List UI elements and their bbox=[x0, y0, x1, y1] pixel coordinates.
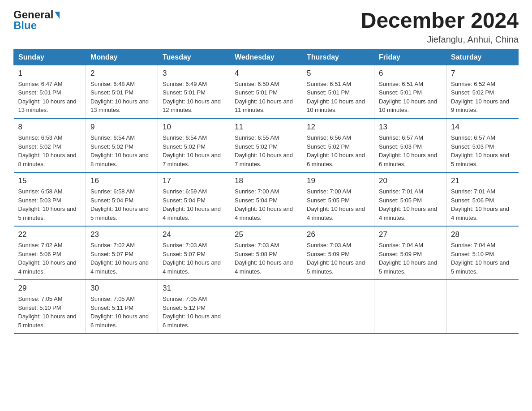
day-info: Sunrise: 6:59 AMSunset: 5:04 PMDaylight:… bbox=[163, 187, 225, 222]
day-info: Sunrise: 7:05 AMSunset: 5:11 PMDaylight:… bbox=[90, 295, 153, 330]
day-number: 20 bbox=[379, 176, 442, 185]
logo-blue-label: Blue bbox=[13, 20, 60, 31]
day-number: 24 bbox=[163, 230, 225, 239]
calendar-cell bbox=[302, 280, 374, 334]
day-number: 21 bbox=[451, 176, 514, 185]
calendar-cell: 4Sunrise: 6:50 AMSunset: 5:01 PMDaylight… bbox=[230, 65, 302, 119]
calendar-cell: 6Sunrise: 6:51 AMSunset: 5:01 PMDaylight… bbox=[374, 65, 446, 119]
week-row-2: 8Sunrise: 6:53 AMSunset: 5:02 PMDaylight… bbox=[14, 119, 519, 172]
day-info: Sunrise: 7:00 AMSunset: 5:05 PMDaylight:… bbox=[307, 187, 369, 222]
logo-text: General Blue bbox=[13, 9, 60, 32]
calendar-cell: 11Sunrise: 6:55 AMSunset: 5:02 PMDayligh… bbox=[230, 119, 302, 172]
calendar-header-row: SundayMondayTuesdayWednesdayThursdayFrid… bbox=[14, 49, 519, 65]
calendar-table: SundayMondayTuesdayWednesdayThursdayFrid… bbox=[13, 49, 519, 334]
calendar-cell: 26Sunrise: 7:03 AMSunset: 5:09 PMDayligh… bbox=[302, 226, 374, 280]
day-info: Sunrise: 6:54 AMSunset: 5:02 PMDaylight:… bbox=[90, 133, 153, 168]
day-number: 10 bbox=[163, 123, 225, 132]
header-sunday: Sunday bbox=[14, 49, 86, 65]
day-number: 6 bbox=[379, 69, 442, 78]
day-number: 9 bbox=[90, 123, 153, 132]
day-number: 22 bbox=[18, 230, 82, 239]
day-number: 19 bbox=[307, 176, 369, 185]
header-monday: Monday bbox=[86, 49, 158, 65]
day-info: Sunrise: 6:48 AMSunset: 5:01 PMDaylight:… bbox=[90, 80, 153, 115]
calendar-cell: 31Sunrise: 7:05 AMSunset: 5:12 PMDayligh… bbox=[158, 280, 230, 334]
day-number: 26 bbox=[307, 230, 369, 239]
week-row-3: 15Sunrise: 6:58 AMSunset: 5:03 PMDayligh… bbox=[14, 172, 519, 226]
calendar-cell: 22Sunrise: 7:02 AMSunset: 5:06 PMDayligh… bbox=[14, 226, 86, 280]
calendar-cell: 8Sunrise: 6:53 AMSunset: 5:02 PMDaylight… bbox=[14, 119, 86, 172]
calendar-cell: 18Sunrise: 7:00 AMSunset: 5:04 PMDayligh… bbox=[230, 172, 302, 226]
header-friday: Friday bbox=[374, 49, 446, 65]
day-info: Sunrise: 6:54 AMSunset: 5:02 PMDaylight:… bbox=[163, 133, 225, 168]
day-info: Sunrise: 7:02 AMSunset: 5:06 PMDaylight:… bbox=[18, 241, 82, 276]
calendar-cell: 24Sunrise: 7:03 AMSunset: 5:07 PMDayligh… bbox=[158, 226, 230, 280]
day-info: Sunrise: 7:05 AMSunset: 5:12 PMDaylight:… bbox=[163, 295, 225, 330]
calendar-cell: 23Sunrise: 7:02 AMSunset: 5:07 PMDayligh… bbox=[86, 226, 158, 280]
day-number: 7 bbox=[451, 69, 514, 78]
day-number: 28 bbox=[451, 230, 514, 239]
day-info: Sunrise: 7:03 AMSunset: 5:09 PMDaylight:… bbox=[307, 241, 369, 276]
day-number: 3 bbox=[163, 69, 225, 78]
day-info: Sunrise: 6:50 AMSunset: 5:01 PMDaylight:… bbox=[235, 80, 297, 115]
day-info: Sunrise: 6:55 AMSunset: 5:02 PMDaylight:… bbox=[235, 133, 297, 168]
header-saturday: Saturday bbox=[446, 49, 519, 65]
day-number: 27 bbox=[379, 230, 442, 239]
day-info: Sunrise: 6:58 AMSunset: 5:03 PMDaylight:… bbox=[18, 187, 82, 222]
day-info: Sunrise: 6:47 AMSunset: 5:01 PMDaylight:… bbox=[18, 80, 82, 115]
calendar-cell bbox=[374, 280, 446, 334]
calendar-cell: 27Sunrise: 7:04 AMSunset: 5:09 PMDayligh… bbox=[374, 226, 446, 280]
logo-arrow-icon bbox=[55, 12, 60, 19]
calendar-cell: 25Sunrise: 7:03 AMSunset: 5:08 PMDayligh… bbox=[230, 226, 302, 280]
day-info: Sunrise: 7:03 AMSunset: 5:07 PMDaylight:… bbox=[163, 241, 225, 276]
day-info: Sunrise: 6:57 AMSunset: 5:03 PMDaylight:… bbox=[451, 133, 514, 168]
calendar-cell: 14Sunrise: 6:57 AMSunset: 5:03 PMDayligh… bbox=[446, 119, 519, 172]
day-info: Sunrise: 6:51 AMSunset: 5:01 PMDaylight:… bbox=[307, 80, 369, 115]
day-number: 5 bbox=[307, 69, 369, 78]
calendar-cell: 28Sunrise: 7:04 AMSunset: 5:10 PMDayligh… bbox=[446, 226, 519, 280]
week-row-5: 29Sunrise: 7:05 AMSunset: 5:10 PMDayligh… bbox=[14, 280, 519, 334]
day-number: 16 bbox=[90, 176, 153, 185]
calendar-cell: 29Sunrise: 7:05 AMSunset: 5:10 PMDayligh… bbox=[14, 280, 86, 334]
header-tuesday: Tuesday bbox=[158, 49, 230, 65]
day-number: 23 bbox=[90, 230, 153, 239]
calendar-cell: 7Sunrise: 6:52 AMSunset: 5:02 PMDaylight… bbox=[446, 65, 519, 119]
day-info: Sunrise: 7:04 AMSunset: 5:10 PMDaylight:… bbox=[451, 241, 514, 276]
day-number: 12 bbox=[307, 123, 369, 132]
day-number: 1 bbox=[18, 69, 82, 78]
day-number: 13 bbox=[379, 123, 442, 132]
header-thursday: Thursday bbox=[302, 49, 374, 65]
day-info: Sunrise: 6:53 AMSunset: 5:02 PMDaylight:… bbox=[18, 133, 82, 168]
calendar-cell: 30Sunrise: 7:05 AMSunset: 5:11 PMDayligh… bbox=[86, 280, 158, 334]
month-title: December 2024 bbox=[361, 9, 519, 33]
day-number: 31 bbox=[163, 284, 225, 293]
week-row-1: 1Sunrise: 6:47 AMSunset: 5:01 PMDaylight… bbox=[14, 65, 519, 119]
day-number: 4 bbox=[235, 69, 297, 78]
calendar-cell: 1Sunrise: 6:47 AMSunset: 5:01 PMDaylight… bbox=[14, 65, 86, 119]
day-info: Sunrise: 7:01 AMSunset: 5:06 PMDaylight:… bbox=[451, 187, 514, 222]
calendar-cell: 12Sunrise: 6:56 AMSunset: 5:02 PMDayligh… bbox=[302, 119, 374, 172]
day-info: Sunrise: 6:56 AMSunset: 5:02 PMDaylight:… bbox=[307, 133, 369, 168]
calendar-cell bbox=[230, 280, 302, 334]
logo: General Blue bbox=[13, 9, 60, 32]
day-info: Sunrise: 6:51 AMSunset: 5:01 PMDaylight:… bbox=[379, 80, 442, 115]
calendar-cell: 13Sunrise: 6:57 AMSunset: 5:03 PMDayligh… bbox=[374, 119, 446, 172]
day-number: 11 bbox=[235, 123, 297, 132]
day-number: 17 bbox=[163, 176, 225, 185]
calendar-cell bbox=[446, 280, 519, 334]
day-info: Sunrise: 6:58 AMSunset: 5:04 PMDaylight:… bbox=[90, 187, 153, 222]
day-number: 8 bbox=[18, 123, 82, 132]
calendar-cell: 15Sunrise: 6:58 AMSunset: 5:03 PMDayligh… bbox=[14, 172, 86, 226]
day-info: Sunrise: 7:02 AMSunset: 5:07 PMDaylight:… bbox=[90, 241, 153, 276]
day-info: Sunrise: 6:49 AMSunset: 5:01 PMDaylight:… bbox=[163, 80, 225, 115]
calendar-cell: 10Sunrise: 6:54 AMSunset: 5:02 PMDayligh… bbox=[158, 119, 230, 172]
day-number: 2 bbox=[90, 69, 153, 78]
calendar-cell: 3Sunrise: 6:49 AMSunset: 5:01 PMDaylight… bbox=[158, 65, 230, 119]
calendar-cell: 17Sunrise: 6:59 AMSunset: 5:04 PMDayligh… bbox=[158, 172, 230, 226]
day-number: 30 bbox=[90, 284, 153, 293]
calendar-cell: 20Sunrise: 7:01 AMSunset: 5:05 PMDayligh… bbox=[374, 172, 446, 226]
day-number: 14 bbox=[451, 123, 514, 132]
calendar-cell: 16Sunrise: 6:58 AMSunset: 5:04 PMDayligh… bbox=[86, 172, 158, 226]
calendar-cell: 2Sunrise: 6:48 AMSunset: 5:01 PMDaylight… bbox=[86, 65, 158, 119]
day-info: Sunrise: 7:04 AMSunset: 5:09 PMDaylight:… bbox=[379, 241, 442, 276]
